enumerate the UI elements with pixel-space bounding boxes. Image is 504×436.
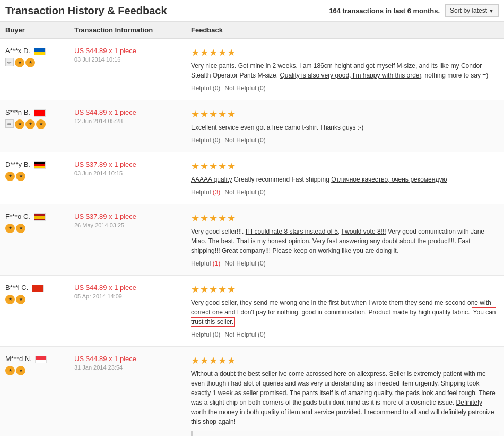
feedback-column: ★★★★★ Very nice pants. Got mine in 2 wee… <box>191 47 499 92</box>
pen-icon: ✏ <box>5 119 14 128</box>
feedback-text: Very nice pants. Got mine in 2 weeks. I … <box>191 61 499 80</box>
gold-badge: ★ <box>5 295 15 304</box>
ca-flag-icon <box>34 109 46 117</box>
not-helpful-label: Not Helpful (0) <box>224 331 265 338</box>
table-row: A***x D. ✏★★ US $44.89 x 1 piece 03 Jul … <box>0 39 504 100</box>
helpful-label: Helpful (0) <box>191 136 220 144</box>
helpful-label: Helpful (3) <box>191 189 220 196</box>
table-row: D***y B. ★★ US $37.89 x 1 piece 03 Jun 2… <box>0 152 504 204</box>
page-title: Transaction History & Feedback <box>5 5 167 17</box>
helpful-label: Helpful (1) <box>191 260 220 267</box>
transaction-date: 31 Jan 2014 23:54 <box>74 364 191 371</box>
gold-badge: ★ <box>36 119 46 129</box>
buyer-badges: ★★ <box>5 224 74 233</box>
buyer-name: A***x D. <box>5 47 74 55</box>
buyer-column: M***d N. ★★ <box>5 355 74 375</box>
not-helpful-label: Not Helpful (0) <box>224 189 265 196</box>
transaction-column: US $44.89 x 1 piece 12 Jun 2014 05:28 <box>74 108 191 124</box>
buyer-column: D***y B. ★★ <box>5 160 74 181</box>
buyer-badges: ✏★★★ <box>5 119 74 129</box>
helpful-row: Helpful (3) Not Helpful (0) <box>191 189 499 196</box>
transaction-date: 05 Apr 2014 14:09 <box>74 293 191 300</box>
transaction-column: US $44.89 x 1 piece 31 Jan 2014 23:54 <box>74 355 191 371</box>
ua-flag-icon <box>34 48 46 55</box>
transaction-count: 164 transactions in last 6 months. <box>329 7 440 15</box>
transaction-date: 26 May 2014 03:25 <box>74 222 191 228</box>
table-row: S***n B. ✏★★★ US $44.89 x 1 piece 12 Jun… <box>0 100 504 152</box>
feedback-link: The pants itself is of amazing quality, … <box>290 389 477 397</box>
table-row: B***i C. ★★ US $44.89 x 1 piece 05 Apr 2… <box>0 276 504 347</box>
feedback-column: ★★★★★ AAAAA quality Greatly recommend Fa… <box>191 160 499 196</box>
buyer-name: B***i C. <box>5 284 74 292</box>
transaction-column: US $37.89 x 1 piece 03 Jun 2014 10:15 <box>74 160 191 176</box>
buyer-name: S***n B. <box>5 108 74 117</box>
gold-badge: ★ <box>25 119 35 129</box>
feedback-text: Very good seller!!!. If I could rate 8 s… <box>191 227 499 255</box>
buyer-column: B***i C. ★★ <box>5 284 74 304</box>
buyer-badges: ★★ <box>5 366 74 375</box>
transaction-price: US $37.89 x 1 piece <box>74 160 191 168</box>
buyer-column: A***x D. ✏★★ <box>5 47 74 67</box>
sort-arrow-icon: ▼ <box>489 8 494 14</box>
pen-icon: ✏ <box>5 58 14 66</box>
gold-badge: ★ <box>16 366 25 375</box>
feedback-text: AAAAA quality Greatly recommend Fast shi… <box>191 175 499 184</box>
feedback-link: AAAAA quality <box>191 176 232 183</box>
helpful-row: Helpful (1) Not Helpful (0) <box>191 260 499 267</box>
reviews-container: A***x D. ✏★★ US $44.89 x 1 piece 03 Jul … <box>0 39 504 436</box>
transaction-column: US $37.89 x 1 piece 26 May 2014 03:25 <box>74 212 191 228</box>
transaction-price: US $44.89 x 1 piece <box>74 47 191 55</box>
not-helpful-label: Not Helpful (0) <box>224 136 265 144</box>
feedback-link: Отличное качество, очень рекомендую <box>331 176 447 183</box>
feedback-link: If I could rate 8 stars instead of 5, <box>246 228 340 235</box>
gold-badge: ★ <box>25 58 35 67</box>
feedback-link: Quality is also very good, I'm happy wit… <box>280 72 423 79</box>
gold-badge: ★ <box>16 224 25 233</box>
star-rating: ★★★★★ <box>191 212 499 224</box>
buyer-column: S***n B. ✏★★★ <box>5 108 74 129</box>
highlighted-text: You can trust this seller. <box>191 307 496 327</box>
col-header-transaction: Transaction Information <box>74 26 191 34</box>
transaction-price: US $37.89 x 1 piece <box>74 212 191 220</box>
buyer-badges: ★★ <box>5 172 74 181</box>
not-helpful-label: Not Helpful (0) <box>224 260 265 267</box>
feedback-link: Definitely worth the money in both quali… <box>191 399 482 416</box>
helpful-row: Helpful (0) Not Helpful (0) <box>191 331 499 338</box>
col-header-buyer: Buyer <box>5 26 74 34</box>
feedback-link: Got mine in 2 weeks. <box>238 62 298 70</box>
gold-badge: ★ <box>15 119 24 129</box>
star-rating: ★★★★★ <box>191 284 499 295</box>
buyer-badges: ✏★★ <box>5 58 74 67</box>
table-row: M***d N. ★★ US $44.89 x 1 piece 31 Jan 2… <box>0 347 504 436</box>
buyer-name: F***o C. <box>5 212 74 221</box>
feedback-column: ★★★★★ Very good seller, they send me wro… <box>191 284 499 338</box>
table-row: F***o C. ★★ US $37.89 x 1 piece 26 May 2… <box>0 204 504 276</box>
helpful-row: Helpful (0) Not Helpful (0) <box>191 84 499 92</box>
seller-reply: Seller's reply It's so kind of you to gi… <box>191 431 499 436</box>
de-flag-icon <box>34 161 46 169</box>
gold-badge: ★ <box>5 366 15 375</box>
table-header: Buyer Transaction Information Feedback <box>0 22 504 39</box>
feedback-column: ★★★★★ Excellent service even got a free … <box>191 108 499 144</box>
es-flag-icon <box>34 213 46 221</box>
feedback-column: ★★★★★ Very good seller!!!. If I could ra… <box>191 212 499 267</box>
star-rating: ★★★★★ <box>191 160 499 172</box>
helpful-row: Helpful (0) Not Helpful (0) <box>191 136 499 144</box>
transaction-column: US $44.89 x 1 piece 03 Jul 2014 10:16 <box>74 47 191 63</box>
gold-badge: ★ <box>15 58 24 67</box>
gold-badge: ★ <box>5 172 15 181</box>
not-helpful-label: Not Helpful (0) <box>224 84 265 92</box>
feedback-text: Very good seller, they send me wrong one… <box>191 298 499 327</box>
sg-flag-icon <box>35 356 47 363</box>
buyer-name: D***y B. <box>5 160 74 169</box>
transaction-price: US $44.89 x 1 piece <box>74 355 191 363</box>
sort-button[interactable]: Sort by latest ▼ <box>445 4 499 17</box>
feedback-column: ★★★★★ Without a doubt the best seller iv… <box>191 355 499 436</box>
star-rating: ★★★★★ <box>191 47 499 58</box>
transaction-date: 12 Jun 2014 05:28 <box>74 118 191 124</box>
buyer-name: M***d N. <box>5 355 74 363</box>
feedback-link: That is my honest opinion. <box>237 237 311 245</box>
buyer-badges: ★★ <box>5 295 74 304</box>
header-right: 164 transactions in last 6 months. Sort … <box>329 4 499 17</box>
feedback-text: Without a doubt the best seller ive come… <box>191 369 499 426</box>
